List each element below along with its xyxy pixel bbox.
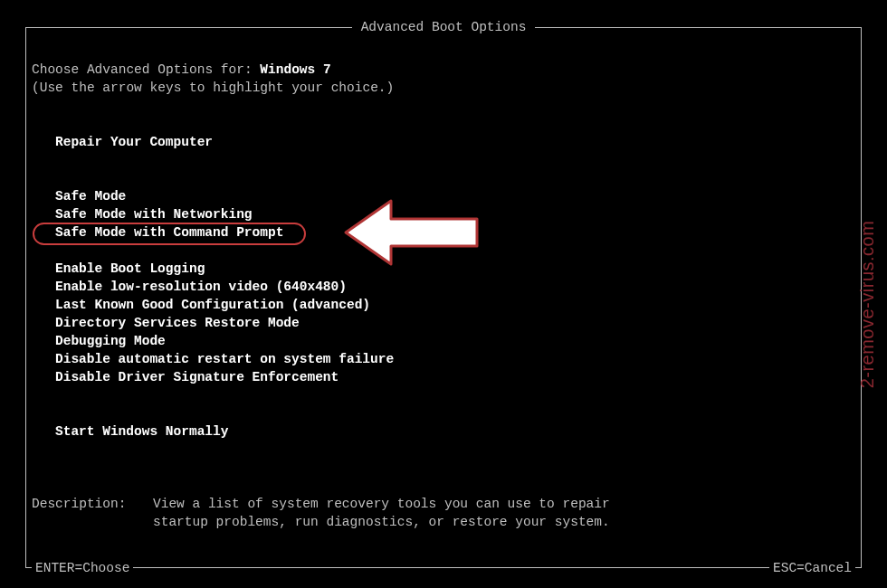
menu-item-last-known-good[interactable]: Last Known Good Configuration (advanced) xyxy=(32,296,855,314)
footer-esc: ESC=Cancel xyxy=(769,561,855,575)
description-row: Description: View a list of system recov… xyxy=(32,495,855,531)
screen-title: Advanced Boot Options xyxy=(352,20,536,34)
title-bar: Advanced Boot Options xyxy=(26,20,861,34)
footer-bar: ENTER=Choose ESC=Cancel xyxy=(32,561,855,575)
menu-item-disable-auto-restart[interactable]: Disable automatic restart on system fail… xyxy=(32,350,855,368)
menu-item-safe-mode-networking[interactable]: Safe Mode with Networking xyxy=(32,205,855,223)
hint-line: (Use the arrow keys to highlight your ch… xyxy=(32,79,855,97)
menu-item-low-res[interactable]: Enable low-resolution video (640x480) xyxy=(32,278,855,296)
boot-options-screen: Advanced Boot Options Choose Advanced Op… xyxy=(25,27,862,568)
menu-item-ds-restore[interactable]: Directory Services Restore Mode xyxy=(32,314,855,332)
menu-item-repair[interactable]: Repair Your Computer xyxy=(32,133,855,151)
menu-item-boot-logging[interactable]: Enable Boot Logging xyxy=(32,260,855,278)
menu-item-start-normally[interactable]: Start Windows Normally xyxy=(32,422,855,441)
menu-item-safe-mode[interactable]: Safe Mode xyxy=(32,187,855,205)
menu-item-debug[interactable]: Debugging Mode xyxy=(32,332,855,350)
os-name: Windows 7 xyxy=(260,62,330,77)
footer-enter: ENTER=Choose xyxy=(32,561,133,575)
description-label: Description: xyxy=(32,495,153,531)
menu-item-safe-mode-cmd[interactable]: Safe Mode with Command Prompt xyxy=(32,223,855,242)
menu-item-disable-driver-sig[interactable]: Disable Driver Signature Enforcement xyxy=(32,368,855,386)
choose-line: Choose Advanced Options for: Windows 7 xyxy=(32,61,855,79)
description-text: View a list of system recovery tools you… xyxy=(153,495,855,531)
content-area: Choose Advanced Options for: Windows 7 (… xyxy=(26,43,861,531)
